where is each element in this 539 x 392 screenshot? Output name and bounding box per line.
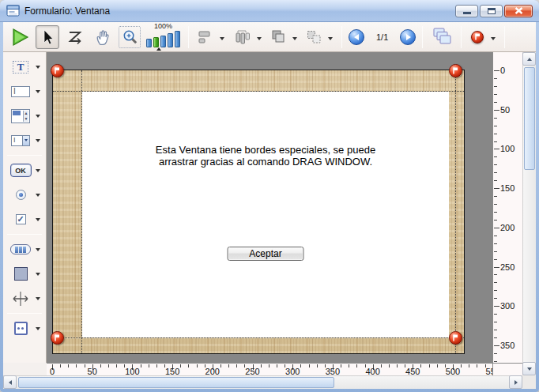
bottom-left-corner <box>3 363 47 375</box>
entry-order-icon <box>66 28 84 46</box>
toolbar: 100% <box>3 22 536 52</box>
plugin-tool-dropdown[interactable] <box>36 327 40 330</box>
form-static-text[interactable]: Esta Ventana tiene bordes especiales, se… <box>82 144 449 168</box>
chevron-right-icon <box>514 380 518 385</box>
group-icon <box>306 29 322 45</box>
horizontal-scroll-thumb[interactable] <box>18 377 334 388</box>
sidebar-item-buttongrid-tool[interactable] <box>3 237 46 262</box>
text-tool-dropdown[interactable] <box>36 66 40 69</box>
marker-icon <box>451 66 459 75</box>
accept-button-object[interactable]: Aceptar <box>228 247 304 261</box>
align-tool-button[interactable] <box>195 25 216 49</box>
vertical-scroll-thumb[interactable] <box>524 67 535 170</box>
close-button[interactable] <box>504 5 533 17</box>
drag-handle-top-left[interactable] <box>51 64 64 77</box>
toolbar-separator <box>504 26 505 48</box>
input-tool-dropdown[interactable] <box>36 90 40 93</box>
drag-handle-bottom-left[interactable] <box>51 331 64 345</box>
previous-icon <box>354 34 359 40</box>
sidebar-separator <box>7 155 42 156</box>
radio-tool-icon <box>16 190 26 200</box>
distribute-tool-button[interactable] <box>231 25 253 49</box>
scrollbar-corner <box>522 375 536 389</box>
sidebar-item-radio-tool[interactable] <box>3 183 46 207</box>
zoom-bar-200[interactable] <box>160 36 166 47</box>
distribute-dropdown-button[interactable] <box>254 29 264 44</box>
toolbar-separator <box>188 26 189 48</box>
scroll-left-button[interactable] <box>3 375 17 389</box>
minimize-button[interactable] <box>455 5 478 17</box>
maximize-icon <box>488 8 496 14</box>
scroll-up-button[interactable] <box>522 52 536 66</box>
combobox-tool-icon: I <box>11 135 30 146</box>
form-object[interactable]: Esta Ventana tiene bordes especiales, se… <box>52 70 465 354</box>
buttongrid-tool-icon <box>10 244 31 254</box>
pan-tool-button[interactable] <box>91 25 115 49</box>
marker-icon <box>53 66 61 75</box>
sidebar-item-input-tool[interactable]: I <box>3 79 46 104</box>
combobox-tool-dropdown[interactable] <box>36 139 40 142</box>
zoom-level-control[interactable]: 100% <box>146 23 180 51</box>
sidebar-item-rectangle-tool[interactable] <box>3 262 46 286</box>
display-views-button[interactable] <box>429 25 454 49</box>
zoom-bar-50[interactable] <box>146 39 152 47</box>
group-tool-button[interactable] <box>303 25 324 49</box>
level-tool-button[interactable] <box>268 25 288 49</box>
minimize-icon <box>463 12 471 14</box>
sidebar-item-combobox-tool[interactable]: I <box>3 128 46 153</box>
sidebar-item-splitter-tool[interactable] <box>3 286 46 311</box>
toolbar-separator <box>341 26 342 48</box>
level-icon <box>270 29 286 45</box>
toolbar-separator <box>422 26 423 48</box>
zoom-bar-400[interactable] <box>168 33 173 47</box>
sidebar-item-listbox-tool[interactable]: ▲▼ <box>3 104 46 128</box>
titlebar[interactable]: Formulario: Ventana <box>0 0 539 22</box>
form-content-area[interactable]: Esta Ventana tiene bordes especiales, se… <box>82 92 449 337</box>
sidebar-item-plugin-tool[interactable] <box>3 316 46 341</box>
chevron-up-icon <box>527 58 532 61</box>
align-dropdown-button[interactable] <box>217 29 227 44</box>
splitter-tool-dropdown[interactable] <box>36 297 40 300</box>
sidebar-item-text-tool[interactable]: T <box>3 55 46 79</box>
zoom-bar-800[interactable] <box>175 31 180 47</box>
horizontal-scrollbar[interactable] <box>3 375 522 389</box>
checkbox-tool-dropdown[interactable] <box>36 218 40 221</box>
sidebar-separator <box>7 313 42 314</box>
maximize-button[interactable] <box>480 5 503 17</box>
margin-guide-bottom <box>53 337 464 338</box>
design-canvas[interactable]: Esta Ventana tiene bordes especiales, se… <box>47 52 492 363</box>
sidebar-item-button-tool[interactable]: OK <box>3 158 46 183</box>
margin-guide-right <box>455 70 456 353</box>
object-toolbar: T I ▲▼ I OK <box>3 52 47 363</box>
execute-icon <box>10 28 29 47</box>
rectangle-tool-icon <box>14 267 28 281</box>
level-dropdown-button[interactable] <box>290 29 300 44</box>
buttongrid-tool-dropdown[interactable] <box>36 248 40 251</box>
entry-order-tool-button[interactable] <box>63 25 87 49</box>
listbox-tool-dropdown[interactable] <box>36 115 40 118</box>
markers-button[interactable] <box>468 25 487 49</box>
vertical-scrollbar[interactable] <box>522 52 536 375</box>
rectangle-tool-dropdown[interactable] <box>36 273 40 276</box>
input-tool-icon: I <box>11 86 30 97</box>
group-dropdown-button[interactable] <box>326 29 335 44</box>
scroll-right-button[interactable] <box>509 375 522 389</box>
window-title: Formulario: Ventana <box>24 6 455 17</box>
drag-handle-bottom-right[interactable] <box>449 331 462 345</box>
dropdown-icon <box>257 37 262 40</box>
drag-handle-top-right[interactable] <box>449 64 462 77</box>
scroll-down-button[interactable] <box>522 362 536 375</box>
next-page-button[interactable] <box>400 29 416 45</box>
sidebar-item-checkbox-tool[interactable]: ✓ <box>3 207 46 232</box>
zoom-bar-100[interactable] <box>153 37 159 47</box>
execute-form-button[interactable] <box>8 25 32 49</box>
markers-dropdown-button[interactable] <box>488 29 498 44</box>
selection-tool-button[interactable] <box>36 25 59 49</box>
window-icon <box>6 5 20 17</box>
zoom-bars[interactable] <box>146 31 180 47</box>
button-tool-dropdown[interactable] <box>36 169 40 172</box>
form-editor-window: Formulario: Ventana <box>0 0 539 392</box>
previous-page-button[interactable] <box>349 29 364 45</box>
radio-tool-dropdown[interactable] <box>36 194 40 197</box>
zoom-tool-button[interactable] <box>119 26 141 48</box>
